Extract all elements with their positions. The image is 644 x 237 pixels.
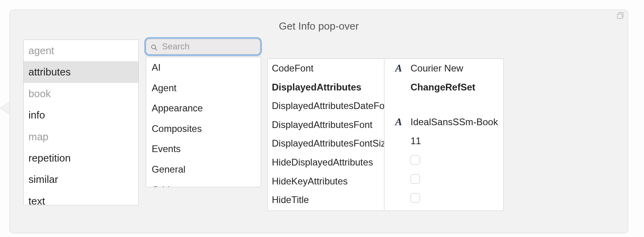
attribute-value-list: A Courier New ChangeRefSet A IdealSansSS… xyxy=(384,58,504,211)
list-item[interactable]: map xyxy=(24,126,138,147)
list-item[interactable]: attributes xyxy=(24,61,138,83)
left-suggestion-list[interactable]: agent attributes book info map repetitio… xyxy=(23,40,139,205)
value-row[interactable] xyxy=(384,169,503,188)
category-list[interactable]: AI Agent Appearance Composites Events Ge… xyxy=(146,57,261,187)
list-item[interactable]: General xyxy=(146,159,261,180)
panel-title: Get Info pop-over xyxy=(10,20,628,32)
value-row[interactable]: ChangeRefSet xyxy=(384,78,503,97)
list-item[interactable]: DisplayedAttributes xyxy=(268,78,384,97)
value-row[interactable]: A Courier New xyxy=(384,59,503,78)
list-item[interactable]: Grid xyxy=(146,180,261,187)
copy-icon[interactable] xyxy=(616,11,625,20)
checkbox[interactable] xyxy=(411,193,420,203)
list-item[interactable]: DisplayedAttributesDateFor xyxy=(268,96,384,115)
attribute-name-list[interactable]: CodeFont DisplayedAttributes DisplayedAt… xyxy=(267,58,384,211)
list-item[interactable]: CodeFont xyxy=(268,59,384,78)
search-input[interactable] xyxy=(146,39,260,55)
value-row[interactable] xyxy=(384,188,503,207)
value-text: ChangeRefSet xyxy=(411,82,498,93)
list-item[interactable]: DisplayedAttributesFont xyxy=(268,115,384,134)
list-item[interactable]: Composites xyxy=(146,118,261,139)
font-type-icon: A xyxy=(393,116,404,128)
value-text: Courier New xyxy=(411,63,498,74)
list-item[interactable]: HideTitle xyxy=(268,190,384,209)
search-field-wrap xyxy=(146,39,260,55)
list-item[interactable]: repetition xyxy=(24,147,138,169)
checkbox[interactable] xyxy=(411,155,420,165)
value-row[interactable] xyxy=(384,150,503,169)
list-item[interactable]: book xyxy=(24,83,138,104)
list-item[interactable]: info xyxy=(24,104,138,126)
list-item[interactable]: agent xyxy=(24,40,138,61)
list-item[interactable]: HideDisplayedAttributes xyxy=(268,153,384,172)
list-item[interactable]: text xyxy=(24,190,138,205)
popover-pointer xyxy=(0,102,9,115)
list-item[interactable]: Appearance xyxy=(146,98,261,118)
value-text: 11 xyxy=(411,135,498,147)
list-item[interactable]: AI xyxy=(146,57,261,78)
list-item[interactable]: Events xyxy=(146,139,261,159)
get-info-popover: Get Info pop-over agent attributes book … xyxy=(9,9,628,233)
font-type-icon: A xyxy=(393,62,404,74)
checkbox[interactable] xyxy=(411,174,420,184)
list-item[interactable]: DisplayedAttributesFontSiz xyxy=(268,134,384,153)
value-row[interactable]: A IdealSansSSm-Book xyxy=(384,113,503,132)
value-text: IdealSansSSm-Book xyxy=(411,117,498,128)
list-item[interactable]: Agent xyxy=(146,78,261,98)
svg-rect-1 xyxy=(618,14,622,19)
list-item[interactable]: similar xyxy=(24,169,138,190)
value-row[interactable]: 11 xyxy=(384,132,503,150)
list-item[interactable]: HideKeyAttributes xyxy=(268,172,384,191)
list-item[interactable]: KeyAttributeDateFormat xyxy=(268,209,384,211)
